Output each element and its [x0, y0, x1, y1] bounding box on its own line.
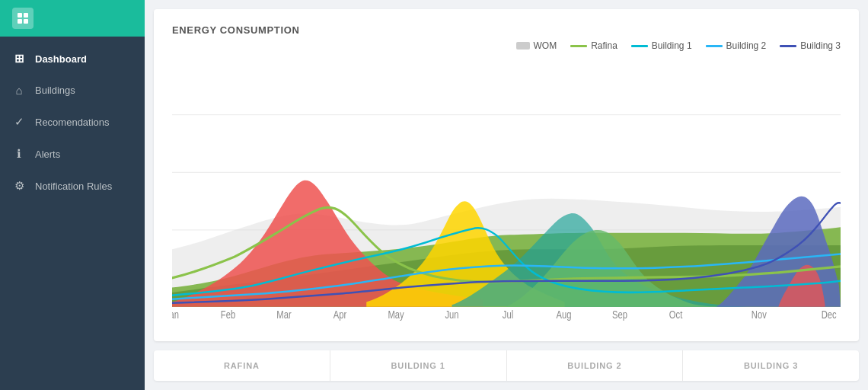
sidebar-item-alerts[interactable]: ℹ Alerts — [0, 138, 145, 170]
svg-text:Jun: Jun — [445, 309, 458, 321]
legend-item-building1: Building 1 — [631, 40, 692, 51]
main-content: ENERGY CONSUMPTION WOM Rafina Building 1… — [145, 0, 868, 390]
legend-box-wom — [516, 42, 530, 50]
logo-icon — [12, 8, 34, 29]
sidebar-item-alerts-label: Alerts — [35, 149, 60, 160]
legend-label-rafina: Rafina — [591, 40, 617, 51]
sidebar-item-recommendations-label: Recomendations — [35, 117, 110, 128]
notification-rules-icon: ⚙ — [12, 179, 26, 193]
sidebar-item-recommendations[interactable]: ✓ Recomendations — [0, 106, 145, 138]
sidebar-item-notification-rules[interactable]: ⚙ Notification Rules — [0, 170, 145, 202]
legend-line-building3 — [780, 45, 796, 47]
sidebar-item-dashboard-label: Dashboard — [35, 53, 87, 65]
svg-text:Jul: Jul — [503, 309, 513, 321]
dashboard-icon: ⊞ — [12, 52, 26, 66]
svg-text:Oct: Oct — [669, 309, 683, 321]
sidebar: ⊞ Dashboard ⌂ Buildings ✓ Recomendations… — [0, 0, 145, 390]
chart-area: ENERGY CONSUMPTION WOM Rafina Building 1… — [154, 9, 859, 341]
bottom-label-building1: BUILDING 1 — [330, 350, 507, 381]
sidebar-nav: ⊞ Dashboard ⌂ Buildings ✓ Recomendations… — [0, 43, 145, 202]
svg-text:Nov: Nov — [752, 309, 767, 321]
legend-label-wom: WOM — [534, 40, 557, 51]
svg-text:Feb: Feb — [221, 309, 235, 321]
bottom-label-rafina: RAFINA — [154, 350, 330, 381]
recommendations-icon: ✓ — [12, 115, 26, 129]
svg-rect-2 — [18, 19, 22, 24]
chart-svg-container: Jan Feb Mar Apr May Jun Jul Aug Sep Oct … — [172, 57, 841, 326]
bottom-labels: RAFINA BUILDING 1 BUILDING 2 BUILDING 3 — [154, 350, 859, 381]
legend-line-building1 — [631, 45, 648, 47]
svg-text:Mar: Mar — [276, 309, 291, 321]
energy-chart: Jan Feb Mar Apr May Jun Jul Aug Sep Oct … — [172, 57, 841, 326]
legend-label-building3: Building 3 — [800, 40, 841, 51]
svg-rect-3 — [24, 19, 28, 24]
sidebar-item-buildings-label: Buildings — [35, 85, 75, 96]
legend-label-building2: Building 2 — [726, 40, 767, 51]
sidebar-item-dashboard[interactable]: ⊞ Dashboard — [0, 43, 145, 75]
sidebar-logo — [0, 0, 145, 37]
legend-label-building1: Building 1 — [652, 40, 692, 51]
legend-line-building2 — [706, 45, 723, 47]
alerts-icon: ℹ — [12, 147, 26, 161]
sidebar-item-buildings[interactable]: ⌂ Buildings — [0, 75, 145, 106]
bottom-label-building3: BUILDING 3 — [683, 350, 859, 381]
svg-rect-0 — [18, 13, 22, 18]
chart-legend: WOM Rafina Building 1 Building 2 Buildin… — [172, 40, 841, 51]
buildings-icon: ⌂ — [12, 84, 26, 97]
svg-text:May: May — [388, 309, 404, 321]
svg-text:Aug: Aug — [557, 309, 572, 321]
chart-title: ENERGY CONSUMPTION — [172, 24, 841, 36]
legend-item-rafina: Rafina — [570, 40, 617, 51]
legend-item-building2: Building 2 — [706, 40, 767, 51]
legend-item-building3: Building 3 — [780, 40, 841, 51]
svg-text:Apr: Apr — [333, 309, 346, 321]
svg-text:Jan: Jan — [172, 309, 179, 321]
svg-text:Sep: Sep — [612, 309, 627, 321]
legend-item-wom: WOM — [516, 40, 557, 51]
svg-rect-1 — [24, 13, 28, 18]
legend-line-rafina — [570, 45, 587, 47]
bottom-label-building2: BUILDING 2 — [507, 350, 684, 381]
svg-text:Dec: Dec — [822, 309, 837, 321]
sidebar-item-notification-rules-label: Notification Rules — [35, 181, 112, 192]
